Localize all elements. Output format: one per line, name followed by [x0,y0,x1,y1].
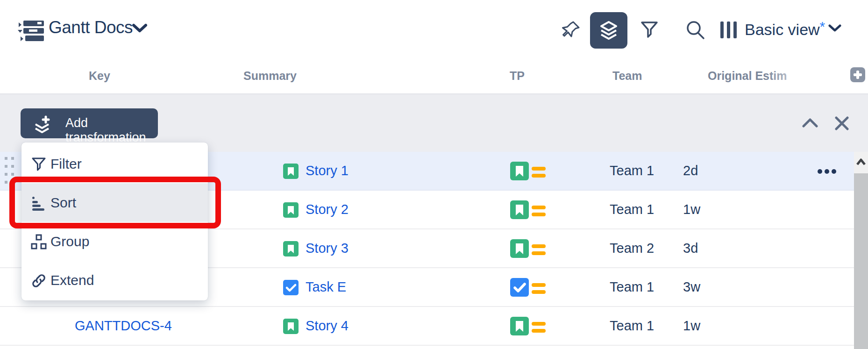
team-cell: Team 1 [610,318,654,334]
pin-icon[interactable] [560,19,582,41]
top-toolbar: Gantt Docs Basic view* [0,0,868,61]
add-transformation-menu: Filter Sort Group Extend [21,142,208,300]
page-title: Gantt Docs [49,18,133,37]
estimate-cell: 2d [683,163,698,178]
vertical-scrollbar[interactable] [854,152,868,349]
tp-story-icon [510,162,529,180]
issue-summary-link[interactable]: Task E [306,279,346,295]
estimate-cell: 1w [683,202,700,217]
issue-summary-link[interactable]: Story 4 [306,318,349,334]
scrollbar-up-button[interactable] [854,152,868,173]
scroll-up-arrow-icon [854,152,868,173]
story-type-icon [283,241,299,256]
filter-funnel-icon[interactable] [638,19,661,41]
estimate-cell: 1w [683,318,700,334]
column-header-fade [766,61,832,93]
search-icon[interactable] [684,19,706,41]
estimate-cell: 3w [683,279,700,295]
menu-item-filter[interactable]: Filter [21,144,208,183]
tp-story-icon [510,317,529,335]
column-header-tp[interactable]: TP [510,69,525,83]
team-cell: Team 1 [610,163,654,178]
columns-icon[interactable] [719,21,739,39]
task-type-icon [283,280,299,295]
issue-summary-link[interactable]: Story 3 [306,241,349,256]
view-name-label: Basic view [745,21,820,38]
column-header-key[interactable]: Key [89,69,110,83]
transformations-toggle-button[interactable] [590,12,627,49]
issue-summary-link[interactable]: Story 2 [306,202,349,217]
menu-item-label: Group [50,234,89,249]
estimate-cell: 3d [683,241,698,256]
menu-item-label: Extend [50,272,94,288]
filter-funnel-icon [31,157,47,172]
menu-item-label: Filter [50,156,82,172]
story-type-icon [283,319,299,334]
add-transformation-label: Add transformation [65,116,158,145]
tp-story-icon [510,239,529,258]
menu-item-extend[interactable]: Extend [21,261,208,299]
add-layers-icon [33,114,57,135]
menu-item-sort[interactable]: Sort [21,183,208,222]
title-chevron-down-icon[interactable] [132,22,148,35]
table-row[interactable]: GANTTDOCS-4 Story 4 Team 1 1w [0,307,854,346]
menu-item-label: Sort [50,195,76,211]
add-column-button[interactable] [850,67,865,82]
add-transformation-button[interactable]: Add transformation [21,108,158,138]
tp-story-icon [510,200,529,219]
view-selector[interactable]: Basic view* [745,19,825,39]
story-type-icon [283,164,299,179]
structure-gantt-app: Gantt Docs Basic view* [0,0,868,349]
structure-logo-icon [17,20,46,43]
link-icon [31,273,47,289]
column-header-team[interactable]: Team [612,69,642,83]
issue-key-link[interactable]: GANTTDOCS-4 [75,318,172,334]
team-cell: Team 1 [610,202,654,217]
row-drag-handle-icon[interactable] [5,157,17,185]
group-squares-icon [31,234,47,250]
table-column-header: Key Summary TP Team Original Estim [0,61,868,94]
menu-item-group[interactable]: Group [21,222,208,261]
sort-bars-icon [31,195,47,211]
row-actions-ellipsis-icon[interactable] [818,169,838,174]
issue-summary-link[interactable]: Story 1 [306,163,349,178]
team-cell: Team 2 [610,241,654,256]
view-modified-marker: * [820,19,825,34]
collapse-chevron-up-icon[interactable] [800,113,820,134]
view-chevron-down-icon[interactable] [828,23,842,34]
team-cell: Team 1 [610,279,654,295]
scrollbar-thumb[interactable] [854,173,868,349]
story-type-icon [283,202,299,218]
close-x-icon[interactable] [832,113,852,134]
tp-task-icon [510,278,529,297]
layers-icon [598,19,620,42]
column-header-summary[interactable]: Summary [243,69,297,83]
